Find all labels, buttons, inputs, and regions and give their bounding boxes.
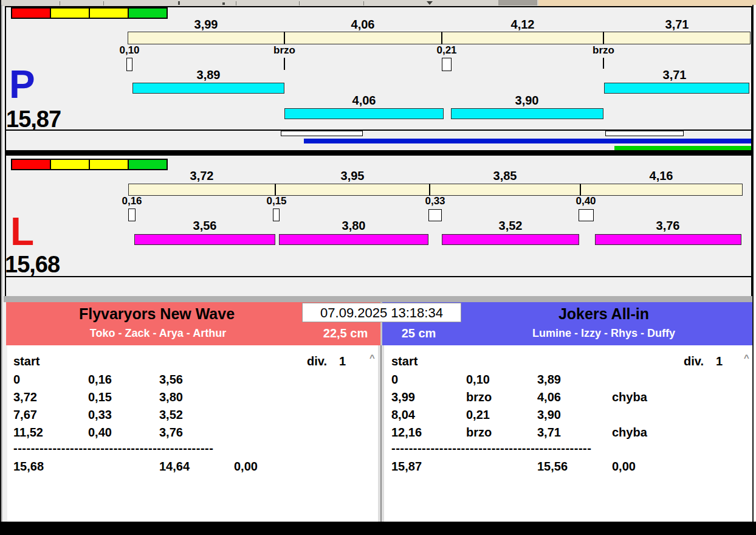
lane-p-run-label: 3,89 bbox=[172, 68, 245, 82]
table-cell: 3,89 bbox=[537, 373, 561, 387]
lane-l-run-label: 3,52 bbox=[474, 219, 547, 233]
table-cell: 0,16 bbox=[88, 373, 112, 387]
team-right-name: Jokers All-in bbox=[455, 305, 752, 323]
toolbar-scroll-fragment bbox=[498, 0, 537, 5]
lane-p-crossing-label: brzo bbox=[257, 44, 312, 57]
chevron-down-icon bbox=[427, 1, 433, 5]
table-division-value: 1 bbox=[716, 354, 723, 368]
table-total-penalty: 0,00 bbox=[234, 460, 258, 474]
lane-l-run-bar bbox=[595, 234, 741, 245]
table-cell: 7,67 bbox=[13, 408, 37, 422]
table-gap-line bbox=[380, 345, 382, 522]
lane-p-rerun-bar bbox=[281, 131, 363, 136]
lane-l-run-bar bbox=[442, 234, 579, 245]
table-cell: 3,90 bbox=[537, 408, 561, 422]
team-right-result-table[interactable]: start div. 1 ^ 0 0,10 3,89 3,99 brzo 4,0… bbox=[384, 345, 752, 522]
lane-l-run-label: 3,80 bbox=[317, 219, 390, 233]
status-light-yellow bbox=[51, 9, 90, 18]
table-total-clean: 15,56 bbox=[537, 460, 568, 474]
lane-l-panel-border-right bbox=[751, 156, 752, 296]
lane-p-split-label: 3,71 bbox=[641, 18, 713, 32]
lane-divider-band bbox=[5, 150, 752, 156]
lane-p-run-bar bbox=[132, 83, 284, 94]
table-total-penalty: 0,00 bbox=[612, 460, 636, 474]
table-start-label: start bbox=[391, 354, 418, 368]
lane-l-timeline-divider bbox=[429, 184, 430, 196]
lane-p-crossing-tick bbox=[284, 58, 285, 70]
lane-l-split-label: 3,95 bbox=[316, 169, 389, 183]
lane-l-strip-divider bbox=[6, 276, 751, 277]
lane-p-crossing-label: 0,21 bbox=[419, 44, 474, 57]
lane-p-crossing-label: brzo bbox=[576, 44, 631, 57]
toolbar-separator bbox=[103, 1, 104, 5]
table-total-clean: 14,64 bbox=[159, 460, 190, 474]
lane-l-run-bar bbox=[134, 234, 275, 245]
table-cell: 8,04 bbox=[391, 408, 415, 422]
toolbar-glyph bbox=[222, 2, 225, 5]
toolbar-glyph bbox=[178, 1, 180, 5]
lane-l-timeline-divider bbox=[580, 184, 581, 196]
lane-p-run-label: 3,90 bbox=[490, 94, 563, 108]
lane-p-progress-bar-blue bbox=[304, 139, 751, 143]
status-light-green bbox=[129, 9, 167, 18]
table-total-time: 15,87 bbox=[391, 460, 422, 474]
table-cell: 11,52 bbox=[13, 426, 43, 440]
lane-l-crossing-label: 0,33 bbox=[408, 195, 462, 207]
lane-p-timeline-divider bbox=[284, 32, 285, 44]
table-cell: 0,15 bbox=[88, 390, 112, 404]
lane-p-rerun-bar bbox=[605, 131, 684, 136]
table-cell: 3,56 bbox=[159, 373, 183, 387]
status-light-yellow bbox=[90, 160, 129, 169]
table-cell: 0,10 bbox=[466, 373, 490, 387]
lane-l-split-label: 4,16 bbox=[625, 169, 698, 183]
lane-l-crossing-label: 0,40 bbox=[558, 195, 613, 207]
lane-l-timeline-bar bbox=[128, 184, 743, 196]
toolbar-separator bbox=[363, 1, 364, 5]
table-separator: ----------------------------------------… bbox=[391, 441, 591, 455]
status-light-green bbox=[129, 160, 167, 169]
table-cell: brzo bbox=[466, 390, 492, 404]
table-cell: 3,80 bbox=[159, 390, 183, 404]
scroll-up-arrow-icon[interactable]: ^ bbox=[744, 355, 749, 361]
table-division-label: div. bbox=[307, 354, 327, 368]
status-light-yellow bbox=[51, 160, 90, 169]
lane-p-status-lights bbox=[11, 7, 168, 19]
lane-p-crossing-box bbox=[442, 58, 452, 71]
timestamp-display: 07.09.2025 13:18:34 bbox=[302, 303, 461, 322]
team-left-result-table[interactable]: start div. 1 ^ 0 0,16 3,56 3,72 0,15 3,8… bbox=[7, 345, 378, 522]
lane-l-status-lights bbox=[11, 159, 168, 170]
lane-p-crossing-box bbox=[126, 58, 132, 71]
table-cell: 3,52 bbox=[159, 408, 183, 422]
lane-l-crossing-box bbox=[128, 209, 136, 221]
table-cell: chyba bbox=[612, 390, 647, 404]
lane-p-split-label: 4,06 bbox=[326, 18, 399, 32]
table-cell: 12,16 bbox=[391, 426, 422, 440]
table-cell: 0,33 bbox=[88, 408, 112, 422]
lane-l-run-bar bbox=[279, 234, 428, 245]
lane-l-timeline-divider bbox=[275, 184, 276, 196]
table-cell: 4,06 bbox=[537, 390, 561, 404]
table-cell: 0,21 bbox=[466, 408, 490, 422]
table-total-time: 15,68 bbox=[13, 460, 44, 474]
toolbar-separator bbox=[60, 1, 60, 5]
lane-p-timeline-divider bbox=[603, 32, 604, 44]
lane-p-split-label: 4,12 bbox=[486, 18, 559, 32]
lane-p-panel-border-right bbox=[751, 6, 752, 150]
lane-p-timeline-divider bbox=[441, 32, 442, 44]
table-cell: 3,76 bbox=[159, 426, 183, 440]
window-right-margin bbox=[754, 5, 756, 522]
table-cell: 3,71 bbox=[537, 426, 561, 440]
scroll-up-arrow-icon[interactable]: ^ bbox=[369, 355, 375, 361]
lane-l-run-label: 3,56 bbox=[168, 219, 241, 233]
lane-l-crossing-box bbox=[273, 209, 280, 221]
lane-l-total-time: 15,68 bbox=[5, 252, 60, 278]
lane-p-crossing-tick bbox=[603, 58, 604, 69]
table-start-label: start bbox=[13, 354, 40, 368]
lane-p-crossing-label: 0,10 bbox=[102, 44, 157, 57]
lane-l-crossing-box bbox=[428, 209, 442, 221]
lane-p-letter: P bbox=[9, 69, 35, 100]
lane-l-crossing-label: 0,16 bbox=[105, 195, 159, 207]
lane-l-crossing-box bbox=[579, 209, 594, 221]
lane-p-total-time: 15,87 bbox=[6, 106, 61, 133]
table-cell: chyba bbox=[612, 426, 647, 440]
